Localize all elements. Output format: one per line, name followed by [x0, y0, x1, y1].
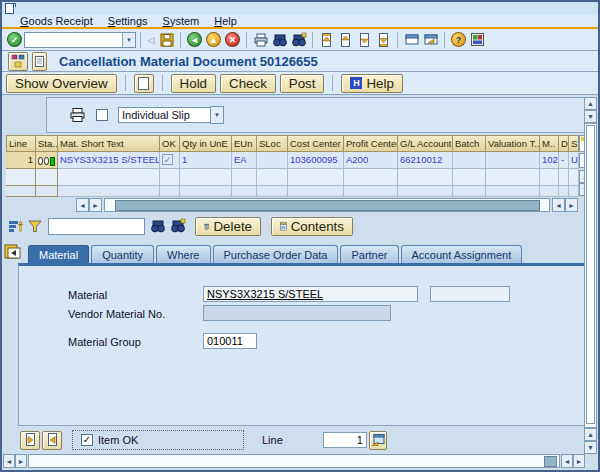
- column-header[interactable]: Cost Center: [288, 135, 344, 152]
- new-document-button[interactable]: [134, 74, 154, 93]
- cell-batch[interactable]: [453, 152, 486, 169]
- help-button[interactable]: ?: [449, 31, 468, 49]
- cell-d[interactable]: -: [559, 152, 569, 169]
- cell-gl_account[interactable]: 66210012: [398, 152, 453, 169]
- column-header[interactable]: Line: [6, 135, 36, 152]
- cell-qty[interactable]: 1: [180, 152, 232, 169]
- print-slip-checkbox[interactable]: [96, 109, 108, 121]
- slip-type-combo[interactable]: Individual Slip ▼: [118, 106, 224, 124]
- previous-page-button[interactable]: [336, 31, 355, 49]
- create-shortcut-button[interactable]: [421, 31, 440, 49]
- check-button[interactable]: Check: [220, 74, 276, 93]
- table-find-button[interactable]: [149, 217, 167, 235]
- table-row[interactable]: 1NSYS3X3215 S/STEEL✓1EA103600095A2006621…: [6, 152, 579, 169]
- delete-button[interactable]: Delete: [195, 217, 261, 236]
- post-button[interactable]: Post: [280, 74, 325, 93]
- line-input[interactable]: [324, 433, 366, 447]
- table-search-input[interactable]: [49, 219, 144, 234]
- line-detail-button[interactable]: [369, 431, 387, 450]
- table-hscroll-right-button[interactable]: ►: [89, 198, 102, 212]
- column-header[interactable]: Batch: [453, 135, 486, 152]
- menu-item[interactable]: Help: [214, 15, 237, 27]
- menu-item[interactable]: Goods Receipt: [20, 15, 93, 27]
- material-extra-field[interactable]: [430, 286, 510, 302]
- column-header[interactable]: OK: [160, 135, 180, 152]
- tab-quantity[interactable]: Quantity: [91, 245, 154, 263]
- tab-purchase-order-data[interactable]: Purchase Order Data: [213, 245, 339, 263]
- services-list-button[interactable]: [32, 52, 47, 71]
- menu-item[interactable]: Settings: [108, 15, 148, 27]
- tab-partner[interactable]: Partner: [340, 245, 398, 263]
- column-header[interactable]: M..: [540, 135, 559, 152]
- last-page-button[interactable]: [374, 31, 393, 49]
- help-app-button[interactable]: H Help: [341, 74, 402, 93]
- column-header[interactable]: Sta..: [36, 135, 58, 152]
- hold-button[interactable]: Hold: [171, 74, 216, 93]
- command-history-icon[interactable]: ▼: [122, 33, 135, 47]
- show-overview-button[interactable]: Show Overview: [6, 74, 117, 93]
- command-field[interactable]: [25, 34, 122, 46]
- main-vscroll-down-button[interactable]: ▼: [584, 110, 597, 123]
- first-page-button[interactable]: [317, 31, 336, 49]
- column-header[interactable]: Valuation T..: [486, 135, 540, 152]
- material-group-field[interactable]: 010011: [203, 333, 257, 349]
- column-header[interactable]: EUn: [232, 135, 257, 152]
- column-header[interactable]: Profit Center: [344, 135, 398, 152]
- main-vscroll-down-button2[interactable]: ▼: [584, 441, 597, 454]
- cell-profit_center[interactable]: A200: [344, 152, 398, 169]
- save-button[interactable]: [157, 31, 176, 49]
- main-hscroll-thumb[interactable]: [544, 456, 557, 467]
- print-slip-icon[interactable]: [69, 107, 86, 123]
- main-vscroll-up-button[interactable]: ▲: [584, 97, 597, 110]
- column-header[interactable]: Mat. Short Text: [58, 135, 160, 152]
- exit-button[interactable]: ▲: [204, 31, 223, 49]
- material-field[interactable]: NSYS3X3215 S/STEEL: [203, 286, 418, 302]
- main-hscroll-left-button2[interactable]: ◄: [561, 454, 573, 468]
- menu-item[interactable]: System: [163, 15, 200, 27]
- column-header[interactable]: D: [559, 135, 569, 152]
- main-hscroll-right-button[interactable]: ►: [15, 454, 27, 468]
- cell-ok[interactable]: ✓: [160, 152, 180, 169]
- column-header[interactable]: G/L Account: [398, 135, 453, 152]
- customize-layout-button[interactable]: [468, 31, 487, 49]
- item-ok-checkbox[interactable]: ✓: [81, 434, 93, 446]
- main-hscroll-left-button[interactable]: ◄: [3, 454, 15, 468]
- cell-eun[interactable]: EA: [232, 152, 257, 169]
- back-button[interactable]: ◄: [185, 31, 204, 49]
- table-hscroll-left-button2[interactable]: ◄: [552, 198, 565, 212]
- table-hscroll-thumb[interactable]: [115, 200, 540, 211]
- cell-sloc[interactable]: [257, 152, 288, 169]
- tab-where[interactable]: Where: [156, 245, 210, 263]
- new-session-button[interactable]: [402, 31, 421, 49]
- next-item-button[interactable]: [42, 431, 62, 450]
- column-header[interactable]: Qty in UnE: [180, 135, 232, 152]
- table-hscroll-left-button[interactable]: ◄: [76, 198, 89, 212]
- cell-short_text[interactable]: NSYS3X3215 S/STEEL: [58, 152, 160, 169]
- table-row[interactable]: [6, 186, 579, 197]
- overview-menu-button[interactable]: [8, 52, 28, 71]
- tab-account-assignment[interactable]: Account Assignment: [401, 245, 523, 263]
- sort-ascending-button[interactable]: [6, 217, 24, 235]
- enter-button[interactable]: ✓: [5, 31, 24, 49]
- find-next-button[interactable]: [289, 31, 308, 49]
- command-enter-arrow-icon[interactable]: ◁: [145, 31, 157, 49]
- table-find-next-button[interactable]: [169, 217, 187, 235]
- cancel-button[interactable]: ✕: [223, 31, 242, 49]
- filter-button[interactable]: [26, 217, 44, 235]
- main-vscroll-up-button2[interactable]: ▲: [584, 428, 597, 441]
- tab-material[interactable]: Material: [28, 245, 89, 263]
- item-detail-button[interactable]: [4, 243, 21, 260]
- cell-line[interactable]: 1: [6, 152, 36, 169]
- table-hscroll-track[interactable]: [104, 198, 550, 212]
- previous-item-button[interactable]: [20, 431, 40, 450]
- cell-status[interactable]: [36, 152, 58, 169]
- find-button[interactable]: [270, 31, 289, 49]
- main-hscroll-right-button2[interactable]: ►: [573, 454, 585, 468]
- table-row[interactable]: [6, 169, 579, 186]
- table-hscroll-right-button2[interactable]: ►: [565, 198, 578, 212]
- main-vscroll-track[interactable]: [584, 123, 597, 428]
- cell-valuation_type[interactable]: [486, 152, 540, 169]
- main-vscroll-thumb[interactable]: [586, 125, 595, 424]
- cell-s[interactable]: U: [569, 152, 579, 169]
- column-header[interactable]: SLoc: [257, 135, 288, 152]
